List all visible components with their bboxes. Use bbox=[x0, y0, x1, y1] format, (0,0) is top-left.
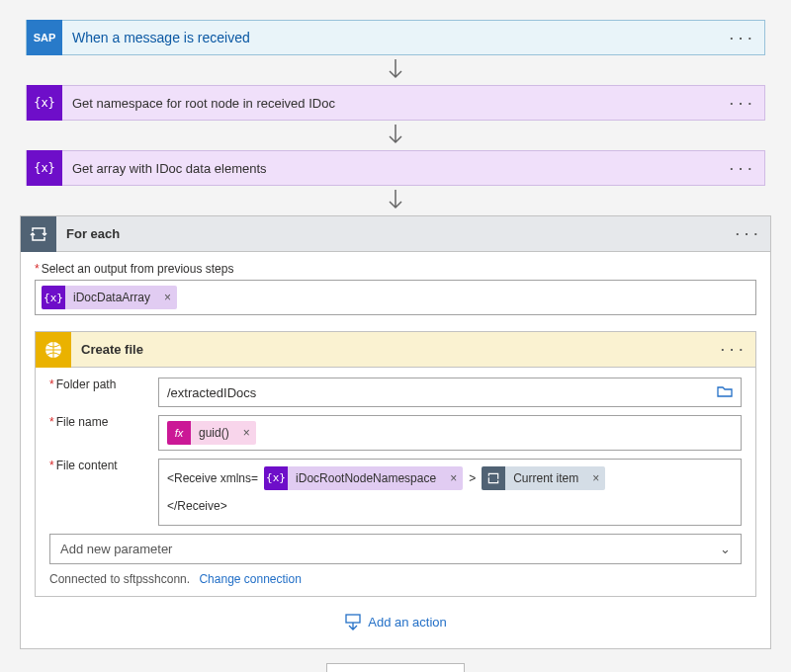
svg-rect-1 bbox=[346, 615, 360, 623]
currentitem-token[interactable]: Current item × bbox=[482, 466, 605, 490]
sftp-icon bbox=[36, 332, 71, 368]
new-step-button[interactable]: + New step bbox=[326, 663, 465, 672]
arrow-icon bbox=[20, 125, 771, 148]
get-namespace-menu[interactable]: · · · bbox=[718, 96, 764, 111]
remove-token-icon[interactable]: × bbox=[444, 466, 463, 490]
remove-token-icon[interactable]: × bbox=[586, 466, 605, 490]
sap-icon: SAP bbox=[27, 20, 62, 55]
get-namespace-title: Get namespace for root node in received … bbox=[62, 96, 718, 111]
folder-picker-icon[interactable] bbox=[717, 384, 733, 401]
create-file-menu[interactable]: · · · bbox=[709, 342, 755, 357]
foreach-card: For each · · · *Select an output from pr… bbox=[20, 215, 771, 649]
trigger-menu[interactable]: · · · bbox=[718, 31, 764, 45]
change-connection-link[interactable]: Change connection bbox=[199, 572, 301, 586]
foreach-title: For each bbox=[56, 226, 724, 241]
create-file-card: Create file · · · *Folder path /extracte… bbox=[35, 331, 756, 597]
loop-icon bbox=[21, 216, 56, 252]
get-array-title: Get array with IDoc data elements bbox=[62, 161, 718, 176]
add-action-icon bbox=[344, 613, 362, 630]
arrow-icon bbox=[20, 190, 771, 213]
foreach-output-field[interactable]: {x} iDocDataArray × bbox=[35, 280, 756, 315]
rootnamespace-token[interactable]: {x} iDocRootNodeNamespace × bbox=[264, 466, 463, 490]
get-array-menu[interactable]: · · · bbox=[718, 161, 764, 176]
variable-icon: {x} bbox=[27, 85, 62, 121]
fx-icon: fx bbox=[167, 421, 191, 445]
connection-info: Connected to sftpsshconn. Change connect… bbox=[49, 572, 742, 586]
foreach-header[interactable]: For each · · · bbox=[21, 216, 770, 252]
trigger-title: When a message is received bbox=[62, 30, 718, 45]
foreach-select-label: *Select an output from previous steps bbox=[35, 262, 756, 276]
remove-token-icon[interactable]: × bbox=[158, 291, 177, 304]
create-file-header[interactable]: Create file · · · bbox=[36, 332, 755, 368]
file-name-label: *File name bbox=[49, 415, 158, 429]
variable-icon: {x} bbox=[264, 466, 288, 490]
variable-icon: {x} bbox=[42, 286, 65, 309]
remove-token-icon[interactable]: × bbox=[237, 426, 256, 440]
folder-path-label: *Folder path bbox=[49, 378, 158, 391]
create-file-title: Create file bbox=[71, 342, 709, 357]
foreach-menu[interactable]: · · · bbox=[724, 226, 770, 241]
get-array-step[interactable]: {x} Get array with IDoc data elements · … bbox=[26, 150, 765, 186]
file-content-input[interactable]: <Receive xmlns= {x} iDocRootNodeNamespac… bbox=[158, 459, 742, 526]
guid-token[interactable]: fx guid() × bbox=[167, 421, 256, 445]
loop-icon bbox=[482, 466, 505, 490]
variable-icon: {x} bbox=[27, 150, 62, 186]
trigger-step[interactable]: SAP When a message is received · · · bbox=[26, 20, 765, 55]
add-action-button[interactable]: Add an action bbox=[35, 613, 756, 630]
chevron-down-icon: ⌄ bbox=[720, 542, 731, 556]
folder-path-input[interactable]: /extractedIDocs bbox=[158, 378, 742, 407]
get-namespace-step[interactable]: {x} Get namespace for root node in recei… bbox=[26, 85, 765, 121]
file-content-label: *File content bbox=[49, 459, 158, 472]
arrow-icon bbox=[20, 59, 771, 83]
add-parameter-dropdown[interactable]: Add new parameter ⌄ bbox=[49, 534, 742, 564]
file-name-input[interactable]: fx guid() × bbox=[158, 415, 742, 451]
idocdataarray-token[interactable]: {x} iDocDataArray × bbox=[42, 286, 177, 309]
